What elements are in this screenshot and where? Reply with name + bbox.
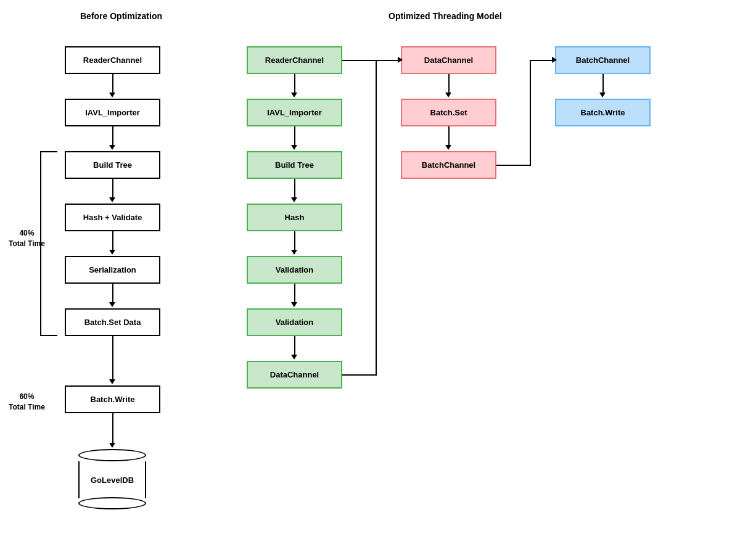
arrow-a2-a3 bbox=[294, 126, 295, 146]
arrow-b4-b5 bbox=[112, 231, 113, 251]
arrowhead-d1-d2 bbox=[599, 93, 606, 97]
arrow-d1-d2 bbox=[602, 74, 604, 94]
opt-iavl-importer: IAVL_Importer bbox=[247, 99, 342, 126]
arrowhead-b2-b3 bbox=[109, 145, 115, 150]
arrow-green-dc-to-red bbox=[376, 60, 401, 61]
arrowhead-red-bc-to-blue bbox=[552, 57, 557, 63]
opt-batch-write-blue: Batch.Write bbox=[555, 99, 651, 126]
opt-data-channel-red: DataChannel bbox=[401, 46, 496, 74]
after-title: Optimized Threading Model bbox=[388, 11, 502, 21]
arrow-c1-c2 bbox=[448, 74, 450, 94]
arrow-a5-a6 bbox=[294, 284, 295, 303]
opt-build-tree: Build Tree bbox=[247, 151, 342, 179]
cylinder-body: GoLevelDB bbox=[78, 461, 146, 498]
opt-batch-channel-blue: BatchChannel bbox=[555, 46, 651, 74]
arrowhead-b6-b7 bbox=[109, 379, 115, 384]
before-hash-validate: Hash + Validate bbox=[65, 204, 160, 231]
arrowhead-a1-a2 bbox=[291, 93, 297, 97]
cylinder-bottom bbox=[78, 497, 146, 509]
label-40-percent: 40%Total Time bbox=[9, 228, 45, 249]
arrow-green-dc-right bbox=[342, 374, 376, 376]
before-serialization: Serialization bbox=[65, 256, 160, 284]
arrow-b3-b4 bbox=[112, 179, 113, 199]
arrow-a3-a4 bbox=[294, 179, 295, 199]
arrow-b7-db bbox=[112, 413, 113, 444]
opt-batch-set-red: Batch.Set bbox=[401, 99, 496, 126]
arrowhead-a6-a7 bbox=[291, 355, 297, 360]
arrow-green-dc-up bbox=[376, 60, 377, 376]
arrowhead-b7-db bbox=[109, 443, 115, 448]
arrow-red-bc-up bbox=[530, 60, 531, 166]
opt-data-channel: DataChannel bbox=[247, 361, 342, 389]
arrow-c2-c3 bbox=[448, 126, 450, 146]
arrow-b1-b2 bbox=[112, 74, 113, 94]
before-batch-set: Batch.Set Data bbox=[65, 308, 160, 336]
opt-validation-1: Validation bbox=[247, 256, 342, 284]
cylinder-top bbox=[78, 449, 146, 461]
arrowhead-a5-a6 bbox=[291, 302, 297, 307]
before-title: Before Optimization bbox=[80, 11, 162, 21]
arrowhead-c2-c3 bbox=[445, 145, 451, 150]
diagram-container: Before Optimization Optimized Threading … bbox=[0, 0, 740, 560]
arrowhead-b5-b6 bbox=[109, 302, 115, 307]
arrow-b6-b7 bbox=[112, 336, 113, 381]
arrow-b2-b3 bbox=[112, 126, 113, 146]
arrowhead-a2-a3 bbox=[291, 145, 297, 150]
arrow-a6-a7 bbox=[294, 336, 295, 356]
arrow-b5-b6 bbox=[112, 284, 113, 303]
arrowhead-c1-c2 bbox=[445, 93, 451, 97]
arrowhead-b3-b4 bbox=[109, 197, 115, 202]
before-reader-channel: ReaderChannel bbox=[65, 46, 160, 74]
opt-hash: Hash bbox=[247, 204, 342, 231]
before-iavl-importer: IAVL_Importer bbox=[65, 99, 160, 126]
arrow-a1-a2 bbox=[294, 74, 295, 94]
opt-batch-channel-red: BatchChannel bbox=[401, 151, 496, 179]
arrowhead-a3-a4 bbox=[291, 197, 297, 202]
database-cylinder: GoLevelDB bbox=[78, 449, 146, 509]
arrowhead-a4-a5 bbox=[291, 250, 297, 255]
arrowhead-b1-b2 bbox=[109, 93, 115, 97]
arrow-red-bc-right bbox=[496, 165, 530, 166]
before-build-tree: Build Tree bbox=[65, 151, 160, 179]
opt-validation-2: Validation bbox=[247, 308, 342, 336]
opt-reader-channel: ReaderChannel bbox=[247, 46, 342, 74]
arrowhead-b4-b5 bbox=[109, 250, 115, 255]
arrow-a4-a5 bbox=[294, 231, 295, 251]
before-batch-write: Batch.Write bbox=[65, 385, 160, 413]
label-60-percent: 60%Total Time bbox=[9, 392, 45, 413]
